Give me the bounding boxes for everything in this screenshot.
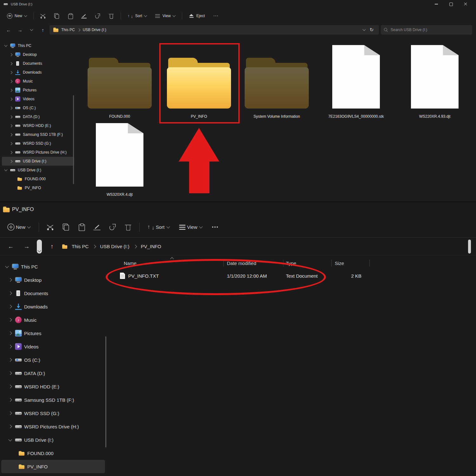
window-body: This PC Desktop Documents Downloads bbox=[0, 36, 476, 202]
new-button[interactable]: New bbox=[6, 222, 33, 232]
sidebar-item-documents[interactable]: Documents bbox=[1, 287, 105, 300]
new-button[interactable]: New bbox=[4, 11, 29, 21]
sidebar-item-usb-drive-i[interactable]: USB Drive (I:) bbox=[2, 157, 74, 166]
address-scrollbar[interactable] bbox=[468, 240, 471, 254]
sidebar-item-pictures[interactable]: Pictures bbox=[2, 86, 74, 95]
view-button[interactable]: View bbox=[152, 11, 178, 21]
breadcrumb-pv-info[interactable]: PV_INFO bbox=[141, 244, 161, 249]
file-tile-system-volume-information[interactable]: System Volume Information bbox=[242, 48, 312, 119]
maximize-button[interactable] bbox=[444, 0, 458, 8]
forward-button[interactable]: → bbox=[15, 25, 25, 34]
sidebar-item-this-pc[interactable]: This PC bbox=[1, 260, 105, 273]
sidebar-item-wsrd-ssd-g[interactable]: WSRD SSD (G:) bbox=[1, 407, 105, 420]
file-tile-found000[interactable]: FOUND.000 bbox=[85, 48, 155, 119]
sidebar-item-music[interactable]: Music bbox=[2, 77, 74, 86]
file-tile-pv-info[interactable]: PV_INFO bbox=[164, 48, 234, 119]
paste-button[interactable] bbox=[76, 222, 87, 232]
chevron-right-icon bbox=[93, 245, 96, 248]
sidebar-item-os-c[interactable]: OS (C:) bbox=[1, 353, 105, 367]
file-tile-ws320xr[interactable]: WS320XR.4.djt bbox=[85, 126, 155, 197]
sidebar-item-usb-drive-i[interactable]: USB Drive (I:) bbox=[1, 433, 105, 446]
breadcrumb-this-pc[interactable]: This PC bbox=[61, 28, 75, 32]
sidebar-item-wsrd-hdd-e[interactable]: WSRD HDD (E:) bbox=[1, 380, 105, 393]
cut-button[interactable] bbox=[45, 222, 56, 232]
delete-button[interactable] bbox=[123, 222, 133, 232]
forward-button[interactable]: → bbox=[21, 241, 32, 252]
file-tile-stk[interactable]: 7E2163OG9VLS4_00000000.stk bbox=[321, 48, 391, 119]
minimize-button[interactable] bbox=[429, 0, 444, 8]
search-box[interactable] bbox=[381, 25, 472, 35]
sidebar-item-this-pc[interactable]: This PC bbox=[2, 41, 74, 50]
drive-icon bbox=[15, 370, 22, 377]
sidebar-item-wsrd-pictures-h[interactable]: WSRD Pictures Drive (H:) bbox=[2, 148, 74, 157]
sidebar-item-desktop[interactable]: Desktop bbox=[2, 50, 74, 59]
delete-icon bbox=[124, 223, 131, 230]
sidebar-item-pv-info[interactable]: PV_INFO bbox=[2, 183, 74, 192]
sidebar-item-data-d[interactable]: DATA (D:) bbox=[1, 367, 105, 380]
sidebar-item-usb-drive-i-root[interactable]: USB Drive (I:) bbox=[2, 166, 74, 175]
sidebar-scrollbar[interactable] bbox=[105, 336, 106, 447]
column-header-size[interactable]: Size bbox=[332, 257, 370, 269]
refresh-button[interactable]: ↻ bbox=[368, 25, 375, 34]
sidebar-item-label: FOUND.000 bbox=[27, 451, 54, 456]
column-header-name[interactable]: Name bbox=[111, 257, 224, 269]
sidebar-item-music[interactable]: Music bbox=[1, 313, 105, 327]
more-button[interactable] bbox=[211, 11, 221, 21]
folder-icon bbox=[245, 58, 309, 109]
sidebar-item-samsung-ssd-f[interactable]: Samsung SSD 1TB (F:) bbox=[1, 393, 105, 407]
more-button[interactable] bbox=[210, 222, 220, 232]
up-button[interactable]: ↑ bbox=[46, 241, 58, 252]
chevron-right-icon bbox=[9, 106, 12, 109]
sort-button[interactable]: Sort bbox=[146, 222, 172, 232]
sidebar-item-wsrd-ssd-g[interactable]: WSRD SSD (G:) bbox=[2, 139, 74, 148]
sidebar-item-samsung-ssd-f[interactable]: Samsung SSD 1TB (F:) bbox=[2, 130, 74, 139]
sidebar-item-videos[interactable]: Videos bbox=[2, 95, 74, 103]
sidebar-item-videos[interactable]: Videos bbox=[1, 340, 105, 353]
share-button[interactable] bbox=[92, 11, 103, 21]
sidebar-item-os-c[interactable]: OS (C:) bbox=[2, 103, 74, 112]
column-header-type[interactable]: Type bbox=[283, 257, 332, 269]
file-tile-ws220xr[interactable]: WS220XR.4.93.djt bbox=[400, 48, 470, 119]
sidebar-item-downloads[interactable]: Downloads bbox=[2, 68, 74, 77]
eject-button[interactable]: Eject bbox=[186, 11, 208, 21]
sidebar-item-downloads[interactable]: Downloads bbox=[1, 300, 105, 313]
breadcrumb-usb-drive[interactable]: USB Drive (I:) bbox=[83, 28, 106, 32]
address-bar[interactable]: This PC USB Drive (I:) ↻ bbox=[50, 25, 379, 35]
sidebar-item-data-d[interactable]: DATA (D:) bbox=[2, 112, 74, 121]
back-button[interactable]: ← bbox=[5, 241, 17, 252]
folder-icon bbox=[88, 58, 152, 109]
sidebar-item-found000[interactable]: FOUND.000 bbox=[1, 446, 105, 460]
delete-button[interactable] bbox=[106, 11, 116, 21]
close-button[interactable] bbox=[458, 0, 473, 8]
up-button[interactable]: ↑ bbox=[38, 25, 48, 34]
sidebar-scrollbar[interactable] bbox=[73, 95, 74, 184]
recent-locations-button[interactable] bbox=[37, 240, 42, 254]
sidebar-item-wsrd-pictures-h[interactable]: WSRD Pictures Drive (H:) bbox=[1, 420, 105, 433]
breadcrumb-usb-drive[interactable]: USB Drive (I:) bbox=[100, 244, 129, 249]
search-input[interactable] bbox=[391, 28, 469, 32]
view-button[interactable]: View bbox=[177, 222, 205, 232]
paste-button[interactable] bbox=[65, 11, 76, 21]
rename-button[interactable] bbox=[79, 11, 89, 21]
sidebar-item-pictures[interactable]: Pictures bbox=[1, 327, 105, 340]
table-row-pv-info-txt[interactable]: PV_INFO.TXT 1/1/2020 12:00 AM Text Docum… bbox=[111, 269, 476, 283]
sort-button[interactable]: Sort bbox=[125, 11, 149, 21]
copy-button[interactable] bbox=[61, 222, 71, 232]
sidebar-item-pv-info[interactable]: PV_INFO bbox=[1, 460, 105, 473]
column-header-date-modified[interactable]: Date modified bbox=[224, 257, 283, 269]
address-dropdown-icon[interactable] bbox=[363, 28, 366, 31]
recent-locations-button[interactable] bbox=[27, 25, 36, 34]
share-button[interactable] bbox=[107, 222, 118, 232]
sidebar-item-desktop[interactable]: Desktop bbox=[1, 273, 105, 287]
sidebar-item-documents[interactable]: Documents bbox=[2, 59, 74, 68]
back-button[interactable]: ← bbox=[4, 25, 13, 34]
window-title: USB Drive (I:) bbox=[11, 2, 32, 6]
copy-button[interactable] bbox=[51, 11, 62, 21]
rename-button[interactable] bbox=[92, 222, 102, 232]
cut-button[interactable] bbox=[38, 11, 48, 21]
rename-icon bbox=[81, 13, 87, 19]
chevron-right-icon bbox=[8, 291, 12, 295]
sidebar-item-wsrd-hdd-e[interactable]: WSRD HDD (E:) bbox=[2, 121, 74, 130]
breadcrumb-this-pc[interactable]: This PC bbox=[72, 244, 89, 249]
sidebar-item-found000[interactable]: FOUND.000 bbox=[2, 175, 74, 183]
